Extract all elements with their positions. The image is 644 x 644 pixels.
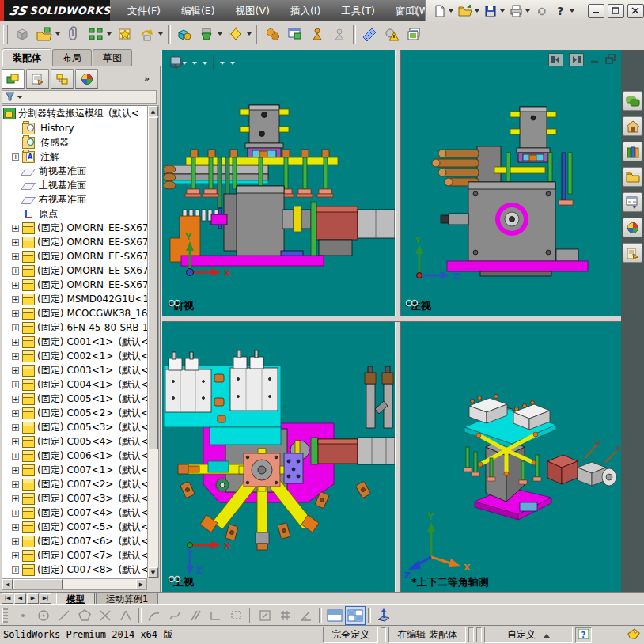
interference-detection-icon[interactable] (262, 23, 284, 45)
measure-icon[interactable] (358, 23, 381, 45)
expand-toggle[interactable]: + (12, 495, 19, 502)
expand-toggle[interactable]: + (12, 339, 19, 346)
expand-toggle[interactable]: + (12, 310, 19, 317)
scroll-down-button[interactable]: ▼ (148, 567, 158, 578)
expand-toggle[interactable]: + (12, 538, 19, 545)
tree-item[interactable]: + (固定) C001<1> (默认<<默 (2, 335, 147, 349)
polygon-icon[interactable] (74, 606, 95, 625)
save-button[interactable] (482, 2, 500, 21)
spline-icon[interactable] (165, 606, 185, 625)
scroll-up-button[interactable]: ▲ (148, 106, 158, 116)
toolbar-grip[interactable] (3, 25, 8, 44)
filter-dropdown-arrow[interactable] (17, 96, 22, 99)
expand-toggle[interactable]: + (12, 438, 19, 445)
menu-item[interactable]: 工具(T) (331, 0, 385, 21)
expand-toggle[interactable]: + (12, 367, 19, 374)
tree-item[interactable]: + 右视基准面 (2, 192, 147, 206)
smart-fasteners-icon[interactable] (114, 23, 136, 45)
insert-component-icon[interactable] (11, 23, 33, 45)
circle-icon[interactable] (33, 606, 54, 625)
assembly-features-icon[interactable] (173, 23, 195, 45)
expand-toggle[interactable]: + (12, 410, 19, 417)
reference-geometry-icon[interactable] (195, 23, 218, 45)
tree-item[interactable]: + (固定) C003<1> (默认<<默 (2, 363, 147, 377)
menu-item[interactable]: 视图(V) (225, 0, 280, 21)
scroll-right-button[interactable]: ▶ (136, 579, 146, 589)
last-tab-button[interactable]: ▶| (40, 593, 51, 604)
new-window-icon[interactable] (284, 23, 306, 45)
tree-item[interactable]: + (固定) C007<4> (默认<<默 (2, 506, 147, 520)
save-dropdown-arrow[interactable] (500, 9, 505, 13)
tree-item[interactable]: + (固定) C007<2> (默认<<默 (2, 477, 147, 491)
tree-item[interactable]: + (固定) C007<1> (默认<<默 (2, 463, 147, 477)
expand-toggle[interactable]: + (12, 153, 19, 161)
minimize-button[interactable] (588, 4, 604, 18)
viewport-left[interactable]: Z Y *左视 (401, 51, 621, 316)
resources-home-icon[interactable] (623, 116, 642, 136)
appearances-tab[interactable] (75, 69, 98, 89)
print-button[interactable] (507, 2, 525, 21)
linear-component-pattern-icon[interactable] (85, 23, 107, 45)
pattern-dropdown[interactable] (107, 32, 112, 36)
tree-item[interactable]: + 原点 (2, 206, 147, 221)
scroll-left-button[interactable]: ◀ (2, 579, 13, 589)
trim-icon[interactable] (95, 606, 116, 625)
tree-item[interactable]: + 前视基准面 (2, 164, 147, 178)
tree-item[interactable]: + (固定) C005<1> (默认<<默 (2, 392, 147, 406)
first-tab-button[interactable]: |◀ (2, 593, 13, 604)
dotted-rect-icon[interactable] (226, 606, 247, 625)
tree-item[interactable]: + 注解 (2, 150, 147, 164)
tree-item[interactable]: + (固定) OMORN EE-SX673 (2, 278, 147, 292)
scrollbar-thumb[interactable] (13, 579, 63, 589)
rebuild-button[interactable] (532, 2, 551, 21)
help-dropdown-arrow[interactable] (570, 9, 574, 13)
corner-icon[interactable] (206, 606, 226, 625)
tree-item[interactable]: + (固定) C007<5> (默认<<默 (2, 520, 147, 534)
document-tab[interactable]: 模型 (56, 593, 95, 605)
new-dropdown-arrow[interactable] (449, 9, 453, 13)
pane-left-button[interactable] (548, 53, 563, 66)
open-dropdown-arrow[interactable] (475, 9, 479, 13)
tree-item[interactable]: + (固定) OMORN EE-SX673 (2, 235, 147, 249)
close-button[interactable] (627, 4, 644, 18)
expand-toggle[interactable]: + (12, 481, 19, 488)
expand-toggle[interactable]: + (12, 510, 19, 517)
hide-show-dropdown[interactable] (203, 62, 207, 65)
performance-evaluation-icon[interactable] (381, 23, 403, 45)
panel-chevron[interactable]: » (144, 74, 150, 84)
next-tab-button[interactable]: ▶ (27, 593, 39, 604)
tree-item[interactable]: + (固定) OMORN EE-SX673 (2, 221, 147, 235)
mate-icon[interactable] (63, 23, 85, 45)
prev-tab-button[interactable]: ◀ (14, 593, 26, 604)
tree-item[interactable]: + (固定) 6FN-45-80-SRB-1S (2, 320, 147, 335)
expand-toggle[interactable]: + (12, 467, 19, 474)
arc-icon[interactable] (144, 606, 165, 625)
viewport-top[interactable]: X Z *上视 (164, 322, 395, 592)
print-dropdown-arrow[interactable] (525, 9, 530, 13)
doc-minimize-button[interactable] (589, 54, 600, 66)
expand-toggle[interactable]: + (12, 296, 19, 303)
tree-item[interactable]: + (固定) OMORN EE-SX673 (2, 249, 147, 263)
convert-entities-icon[interactable] (255, 606, 275, 625)
expand-toggle[interactable]: + (12, 566, 19, 574)
new-motion-study-icon[interactable] (225, 23, 247, 45)
tree-item[interactable]: + (固定) C007<6> (默认<<默 (2, 534, 147, 548)
restore-button[interactable] (608, 4, 624, 18)
tree-item[interactable]: + (固定) C004<1> (默认<<默 (2, 377, 147, 392)
photo-view-icon[interactable] (403, 23, 425, 45)
tree-item[interactable]: + (固定) C002<1> (默认<<默 (2, 349, 147, 363)
motion-dropdown[interactable] (247, 32, 252, 36)
expand-toggle[interactable]: + (12, 324, 19, 331)
search-icon[interactable] (405, 2, 422, 19)
appearances-scene-icon[interactable] (623, 218, 642, 237)
design-library-icon[interactable] (623, 142, 642, 161)
expand-toggle[interactable]: + (12, 552, 19, 559)
document-tab[interactable]: 运动算例1 (96, 593, 158, 605)
display-style-dropdown[interactable] (192, 62, 197, 65)
custom-dropdown[interactable]: 自定义 (484, 627, 573, 643)
expand-toggle[interactable]: + (12, 453, 19, 460)
tag-icon[interactable] (627, 627, 641, 642)
expand-toggle[interactable]: + (12, 282, 19, 289)
tree-root-item[interactable]: 分割器转盘搬运模组 (默认< (2, 106, 147, 121)
help-button[interactable]: ? (551, 2, 570, 21)
